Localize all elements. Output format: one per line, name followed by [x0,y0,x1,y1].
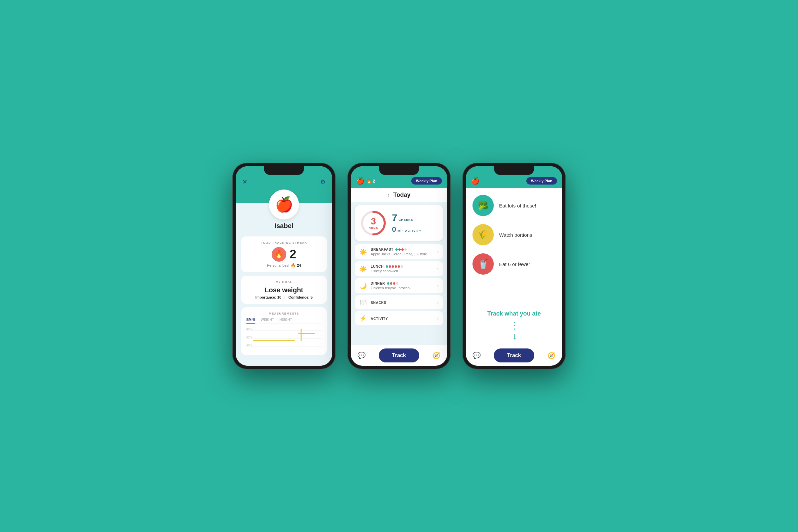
activity-chevron-icon: › [437,316,439,321]
meal-breakfast[interactable]: ☀️ BREAKFAST Appl [355,244,443,259]
phone-1: ✕ ⚙ 🍎 Isabel FOOD TRACKING STREAK 🔥 2 [232,163,336,369]
weekly-plan-button-p3[interactable]: Weekly Plan [526,177,557,185]
p1-header-icons: ✕ ⚙ [242,178,325,186]
lunch-info: LUNCH Turkey sandwich [371,265,434,273]
p1-body: FOOD TRACKING STREAK 🔥 2 Personal best 🔥… [236,233,332,366]
tab-height[interactable]: HEIGHT [279,318,292,324]
streak-badge-count: 2 [373,178,375,184]
dot [401,248,404,251]
meal-snacks[interactable]: 🍽️ SNACKS › [355,295,443,309]
reds-count: 3 [371,217,376,226]
dinner-dots [387,282,398,285]
phone-1-screen: ✕ ⚙ 🍎 Isabel FOOD TRACKING STREAK 🔥 2 [236,166,332,366]
chat-icon[interactable]: 💬 [358,352,366,359]
track-cta: Track what you ate ⋮↓ [473,310,556,341]
activity-count: 0 [392,225,396,234]
tip-yellow-text: Watch portions [499,232,532,238]
phone-2-screen: 🍎 🔥 2 Weekly Plan ‹ Today [351,166,447,366]
p2-footer: 💬 Track 🧭 [351,345,447,366]
streak-label: FOOD TRACKING STREAK [246,241,322,244]
phone-3: 🍎 Weekly Plan 🥦 Eat lots of these! 🌾 Wat… [462,163,566,369]
compass-icon[interactable]: 🧭 [432,352,440,359]
p3-body: 🥦 Eat lots of these! 🌾 Watch portions 🥤 [466,188,562,345]
dot [387,282,390,285]
dot [386,265,388,268]
close-icon[interactable]: ✕ [242,178,247,186]
tab-bmi[interactable]: BMI% [246,318,255,324]
chat-icon-p3[interactable]: 💬 [473,352,481,359]
chart-area: 80% 60% 40% [246,327,322,350]
breakfast-info: BREAKFAST Apple Jacks Cereal, Pear, 1% m… [371,248,434,256]
tip-red-circle: 🥤 [473,253,494,274]
streak-card: FOOD TRACKING STREAK 🔥 2 Personal best 🔥… [241,236,327,272]
snacks-name: SNACKS [371,301,386,305]
dinner-name-row: DINNER [371,282,434,285]
meal-activity[interactable]: ⚡ ACTIVITY › [355,311,443,325]
gear-icon[interactable]: ⚙ [320,178,325,186]
compass-icon-p3[interactable]: 🧭 [547,352,556,359]
measurements-tabs[interactable]: BMI% WEIGHT HEIGHT [246,318,322,324]
snacks-info: SNACKS [371,299,434,305]
apple-icon-p3: 🍎 [471,177,479,185]
breakfast-icon: ☀️ [359,248,367,256]
reds-label: REDS [368,226,378,229]
reds-inner: 3 REDS [360,210,387,236]
measurements-card: MEASUREMENTS BMI% WEIGHT HEIGHT 80% 60% … [241,307,327,355]
chart-line-2 [298,333,315,334]
breakfast-sub: Apple Jacks Cereal, Pear, 1% milk [371,252,434,256]
p2-nav-icons: 🍎 🔥 2 [356,177,375,185]
summary-card: 3 REDS 7 GREENS 0 min ACTIVITY [355,205,443,241]
flame-badge-icon: 🔥 [366,178,372,184]
greens-stat: 7 GREENS [392,212,421,223]
notch-2 [379,166,419,175]
activity-name: ACTIVITY [371,317,388,321]
tab-weight[interactable]: WEIGHT [261,318,274,324]
tip-green-circle: 🥦 [473,195,494,216]
dinner-icon: 🌙 [359,282,367,290]
notch-3 [494,166,534,175]
reds-circle: 3 REDS [360,210,387,236]
tip-greens: 🥦 Eat lots of these! [473,195,556,216]
dot [393,282,395,285]
dinner-info: DINNER Chicken teriyaki, broccoli [371,282,434,290]
tip-portions: 🌾 Watch portions [473,224,556,245]
dot [390,282,392,285]
breakfast-dots [395,248,407,251]
dinner-sub: Chicken teriyaki, broccoli [371,286,434,290]
tip-reds: 🥤 Eat 6 or fewer [473,253,556,274]
goal-card: MY GOAL Lose weight Importance: 10 | Con… [241,276,327,304]
dinner-name: DINNER [371,282,385,285]
dot [398,265,400,268]
greens-count: 7 [392,212,397,223]
track-button[interactable]: Track [379,348,419,362]
dinner-chevron-icon: › [437,283,439,289]
reds-food-icon: 🥤 [478,259,489,269]
chart-label-80: 80% [246,327,252,330]
goal-value: Lose weight [246,286,322,294]
dot [392,265,394,268]
dot [389,265,391,268]
weekly-plan-button[interactable]: Weekly Plan [411,177,442,185]
streak-row: 🔥 2 [246,247,322,262]
dot [396,282,398,285]
notch-1 [264,166,304,175]
meal-lunch[interactable]: ☀️ LUNCH [355,261,443,276]
flame-icon: 🔥 [272,247,286,262]
activity-label: ACTIVITY [405,229,421,232]
lunch-icon: ☀️ [359,265,367,273]
streak-badge: 🔥 2 [366,178,375,184]
track-button-p3[interactable]: Track [494,348,534,362]
meal-dinner[interactable]: 🌙 DINNER Chicken [355,278,443,293]
apple-icon: 🍎 [356,177,364,185]
chevron-left-icon[interactable]: ‹ [388,192,390,198]
goal-details: Importance: 10 | Confidence: 5 [246,295,322,299]
phone-3-screen: 🍎 Weekly Plan 🥦 Eat lots of these! 🌾 Wat… [466,166,562,366]
snacks-chevron-icon: › [437,300,439,305]
breakfast-chevron-icon: › [437,249,439,255]
breakfast-name-row: BREAKFAST [371,248,434,251]
dot [395,248,398,251]
chart-spike [301,328,302,341]
tip-red-text: Eat 6 or fewer [499,261,530,267]
snacks-icon: 🍽️ [359,299,367,306]
phone-2: 🍎 🔥 2 Weekly Plan ‹ Today [347,163,451,369]
